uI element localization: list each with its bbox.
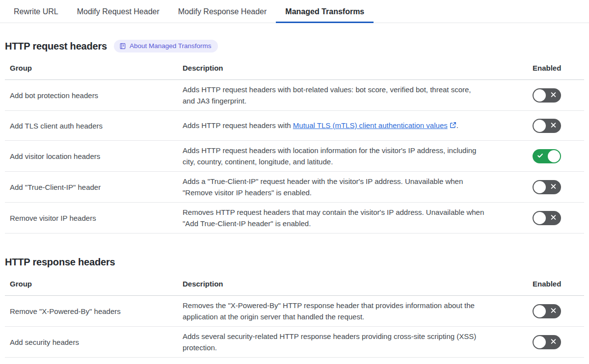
table-row-remove-visitor-ip: Remove visitor IP headers Removes HTTP r… bbox=[5, 203, 584, 234]
toggle-remove-x-powered-by[interactable] bbox=[533, 304, 561, 318]
group-cell: Remove visitor IP headers bbox=[5, 214, 178, 222]
toggle-knob bbox=[534, 89, 546, 102]
tab-modify-response-header[interactable]: Modify Response Header bbox=[169, 7, 276, 23]
request-headers-section-header: HTTP request headers About Managed Trans… bbox=[5, 39, 584, 53]
x-icon bbox=[550, 307, 557, 315]
x-icon bbox=[550, 338, 557, 346]
response-headers-title: HTTP response headers bbox=[5, 255, 115, 269]
mtls-values-link[interactable]: Mutual TLS (mTLS) client authentication … bbox=[293, 121, 448, 130]
toggle-bot-protection[interactable] bbox=[533, 88, 561, 103]
request-table-header: Group Description Enabled bbox=[5, 58, 584, 80]
book-icon bbox=[119, 43, 126, 50]
request-headers-table: Group Description Enabled Add bot protec… bbox=[5, 58, 584, 234]
toggle-tls-client-auth[interactable] bbox=[533, 119, 561, 133]
toggle-true-client-ip[interactable] bbox=[533, 180, 561, 194]
toggle-knob bbox=[534, 305, 546, 317]
description-text: Adds HTTP request headers with bbox=[183, 121, 293, 130]
group-cell: Add "True-Client-IP" header bbox=[5, 183, 178, 191]
about-managed-transforms-badge[interactable]: About Managed Transforms bbox=[114, 40, 218, 52]
column-header-description: Description bbox=[178, 278, 533, 289]
main-content: HTTP request headers About Managed Trans… bbox=[0, 39, 589, 358]
description-cell: Removes the "X-Powered-By" HTTP response… bbox=[178, 300, 533, 322]
tab-bar: Rewrite URL Modify Request Header Modify… bbox=[0, 0, 589, 23]
group-cell: Remove "X-Powered-By" headers bbox=[5, 307, 178, 315]
response-table-header: Group Description Enabled bbox=[5, 274, 584, 296]
group-cell: Add security headers bbox=[5, 338, 178, 346]
toggle-knob bbox=[534, 120, 546, 132]
tab-rewrite-url[interactable]: Rewrite URL bbox=[4, 7, 68, 23]
toggle-remove-visitor-ip[interactable] bbox=[533, 211, 561, 225]
badge-label: About Managed Transforms bbox=[130, 42, 212, 50]
column-header-group: Group bbox=[5, 64, 178, 72]
tab-modify-request-header[interactable]: Modify Request Header bbox=[68, 7, 169, 23]
table-row-tls-client-auth: Add TLS client auth headers Adds HTTP re… bbox=[5, 111, 584, 141]
description-cell: Adds HTTP request headers with location … bbox=[178, 145, 533, 167]
response-headers-table: Group Description Enabled Remove "X-Powe… bbox=[5, 274, 584, 358]
toggle-visitor-location[interactable] bbox=[533, 149, 561, 163]
description-cell: Adds HTTP request headers with bot-relat… bbox=[178, 84, 533, 106]
description-cell: Adds HTTP request headers with Mutual TL… bbox=[178, 120, 533, 131]
table-row-true-client-ip: Add "True-Client-IP" header Adds a "True… bbox=[5, 172, 584, 203]
group-cell: Add bot protection headers bbox=[5, 91, 178, 100]
table-row-bot-protection: Add bot protection headers Adds HTTP req… bbox=[5, 80, 584, 111]
toggle-add-security-headers[interactable] bbox=[533, 335, 561, 349]
request-headers-title: HTTP request headers bbox=[5, 39, 107, 53]
toggle-knob bbox=[548, 150, 560, 162]
column-header-enabled: Enabled bbox=[533, 280, 584, 288]
check-icon bbox=[537, 152, 543, 160]
description-text: . bbox=[456, 121, 458, 130]
tab-managed-transforms[interactable]: Managed Transforms bbox=[276, 7, 374, 23]
column-header-group: Group bbox=[5, 280, 178, 288]
toggle-knob bbox=[534, 181, 546, 193]
table-row-remove-x-powered-by: Remove "X-Powered-By" headers Removes th… bbox=[5, 296, 584, 327]
x-icon bbox=[550, 122, 557, 130]
x-icon bbox=[550, 214, 557, 222]
column-header-description: Description bbox=[178, 62, 533, 74]
toggle-knob bbox=[534, 212, 546, 224]
toggle-knob bbox=[534, 336, 546, 348]
group-cell: Add visitor location headers bbox=[5, 152, 178, 160]
description-cell: Adds a "True-Client-IP" request header w… bbox=[178, 176, 533, 198]
column-header-enabled: Enabled bbox=[533, 64, 584, 72]
external-link-icon[interactable] bbox=[450, 120, 456, 131]
response-headers-section-header: HTTP response headers bbox=[5, 255, 584, 269]
description-cell: Removes HTTP request headers that may co… bbox=[178, 207, 533, 229]
x-icon bbox=[550, 91, 557, 100]
x-icon bbox=[550, 183, 557, 191]
table-row-add-security-headers: Add security headers Adds several securi… bbox=[5, 327, 584, 358]
table-row-visitor-location: Add visitor location headers Adds HTTP r… bbox=[5, 141, 584, 172]
group-cell: Add TLS client auth headers bbox=[5, 122, 178, 130]
description-cell: Adds several security-related HTTP respo… bbox=[178, 331, 533, 353]
